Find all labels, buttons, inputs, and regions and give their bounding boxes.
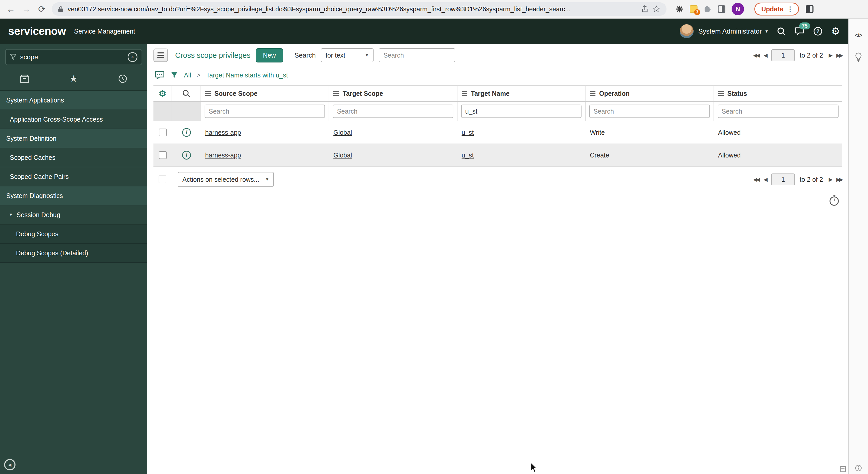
- bookmark-star-icon[interactable]: [653, 5, 660, 13]
- sidebar-item-scoped-caches[interactable]: Scoped Caches: [0, 148, 147, 167]
- next-page-icon[interactable]: ▶: [829, 177, 832, 182]
- sidebar-item-debug-scopes[interactable]: Debug Scopes: [0, 225, 147, 244]
- column-search-input-target-scope[interactable]: [333, 105, 453, 118]
- row-checkbox[interactable]: [159, 151, 167, 159]
- sidebar-item-session-debug[interactable]: ▼ Session Debug: [0, 205, 147, 225]
- browser-menu-icon[interactable]: ⋮: [787, 5, 794, 13]
- sidebar-item-label: Scoped Caches: [10, 154, 56, 161]
- table-row: i harness-app Global u_st Create Allowed: [153, 144, 842, 167]
- list-search-icon[interactable]: [182, 89, 190, 98]
- clear-filter-icon[interactable]: ×: [128, 52, 137, 62]
- target-scope-link[interactable]: Global: [333, 129, 352, 136]
- row-checkbox[interactable]: [159, 129, 167, 136]
- application-navigator: × ★ System Application: [0, 44, 147, 474]
- help-icon[interactable]: ?: [813, 27, 823, 36]
- search-type-select[interactable]: for text ▼: [321, 48, 374, 62]
- list-search-input[interactable]: [379, 48, 455, 62]
- breadcrumb-filter-link[interactable]: Target Name starts with u_st: [206, 71, 288, 79]
- asterisk-extension-icon[interactable]: [676, 5, 684, 13]
- new-record-button[interactable]: New: [256, 48, 283, 63]
- list-footer: Actions on selected rows... ▼ ◀◀ ◀ to 2 …: [153, 172, 842, 187]
- list-title-link[interactable]: Cross scope privileges: [175, 51, 251, 60]
- star-icon: ★: [69, 74, 78, 83]
- sidebar-item-scoped-cache-pairs[interactable]: Scoped Cache Pairs: [0, 167, 147, 187]
- lock-icon: [58, 6, 64, 12]
- sidebar-item-application-cross-scope-access[interactable]: Application Cross-Scope Access: [0, 110, 147, 129]
- user-menu-caret-icon[interactable]: ▾: [766, 28, 768, 34]
- favorites-tab[interactable]: ★: [49, 74, 98, 83]
- page-number-input[interactable]: [771, 173, 795, 185]
- hamburger-icon: [157, 53, 164, 58]
- right-sidebar-strip: </>: [848, 19, 868, 474]
- breadcrumb-all-link[interactable]: All: [184, 71, 191, 79]
- first-page-icon[interactable]: ◀◀: [753, 177, 759, 182]
- share-icon[interactable]: [641, 5, 648, 13]
- target-name-link[interactable]: u_st: [462, 151, 474, 159]
- code-panel-icon[interactable]: </>: [855, 32, 862, 39]
- yellow-extension-icon[interactable]: 3: [690, 5, 698, 13]
- column-search-input-status[interactable]: [718, 105, 839, 118]
- response-time-stopwatch-icon[interactable]: [829, 194, 840, 206]
- column-header-target-name[interactable]: Target Name: [458, 86, 586, 101]
- list-context-menu-button[interactable]: [153, 48, 168, 62]
- previous-page-icon[interactable]: ◀: [764, 53, 767, 58]
- column-header-source-scope[interactable]: Source Scope: [201, 86, 329, 101]
- source-scope-link[interactable]: harness-app: [205, 151, 241, 159]
- record-info-icon[interactable]: i: [182, 128, 191, 137]
- puzzle-extensions-icon[interactable]: [704, 5, 711, 13]
- all-applications-tab[interactable]: [0, 74, 49, 83]
- activity-stream-icon[interactable]: [154, 70, 165, 80]
- user-avatar[interactable]: [680, 24, 693, 38]
- settings-gear-icon[interactable]: ⚙: [831, 26, 840, 36]
- search-row-spacer: [172, 102, 201, 121]
- browser-back-icon[interactable]: ←: [5, 4, 17, 14]
- mouse-cursor: [530, 463, 539, 473]
- breadcrumb-funnel-icon[interactable]: [170, 71, 178, 79]
- navigator-filter-input[interactable]: [20, 53, 124, 61]
- conversations-icon[interactable]: 75: [795, 27, 804, 36]
- previous-page-icon[interactable]: ◀: [764, 177, 767, 182]
- browser-update-button[interactable]: Update ⋮: [754, 3, 799, 15]
- page-number-input[interactable]: [771, 49, 795, 61]
- layout-grid-icon[interactable]: [840, 466, 846, 472]
- last-page-icon[interactable]: ▶▶: [836, 53, 842, 58]
- global-search-icon[interactable]: [777, 27, 786, 36]
- history-tab[interactable]: [98, 74, 147, 83]
- browser-profile-avatar[interactable]: N: [732, 3, 744, 15]
- user-menu[interactable]: System Administrator: [698, 27, 762, 35]
- source-scope-link[interactable]: harness-app: [205, 129, 241, 136]
- info-circle-icon[interactable]: [855, 465, 862, 471]
- column-header-status[interactable]: Status: [714, 86, 842, 101]
- navigator-filter[interactable]: ×: [5, 49, 142, 65]
- browser-forward-icon[interactable]: →: [21, 4, 32, 14]
- next-page-icon[interactable]: ▶: [829, 53, 832, 58]
- browser-reload-icon[interactable]: ⟳: [36, 4, 48, 14]
- column-search-input-target-name[interactable]: [461, 105, 582, 118]
- hint-lightbulb-icon[interactable]: [855, 52, 862, 62]
- last-page-icon[interactable]: ▶▶: [836, 177, 842, 182]
- browser-sidebar-toggle-icon[interactable]: [805, 5, 814, 13]
- first-page-icon[interactable]: ◀◀: [753, 53, 759, 58]
- status-value: Allowed: [718, 151, 741, 159]
- column-search-input-source-scope[interactable]: [205, 105, 325, 118]
- column-search-input-operation[interactable]: [589, 105, 710, 118]
- column-header-target-scope[interactable]: Target Scope: [329, 86, 457, 101]
- target-scope-link[interactable]: Global: [333, 151, 352, 159]
- column-header-operation[interactable]: Operation: [586, 86, 714, 101]
- sidebar-item-system-definition[interactable]: System Definition: [0, 129, 147, 148]
- sidebar-item-debug-scopes-detailed[interactable]: Debug Scopes (Detailed): [0, 244, 147, 263]
- browser-address-bar[interactable]: ven03172.service-now.com/nav_to.do?uri=%…: [52, 2, 666, 16]
- column-menu-icon: [718, 91, 724, 96]
- collapse-sidebar-icon[interactable]: ◀: [4, 459, 16, 470]
- sidebar-item-system-applications[interactable]: System Applications: [0, 91, 147, 110]
- record-info-icon[interactable]: i: [182, 151, 191, 160]
- side-panel-icon[interactable]: [718, 5, 725, 13]
- list-content: Cross scope privileges New Search for te…: [147, 44, 848, 474]
- sidebar-footer: ◀: [0, 455, 147, 474]
- select-all-checkbox[interactable]: [159, 175, 166, 183]
- target-name-link[interactable]: u_st: [462, 129, 474, 136]
- list-personalize-gear-icon[interactable]: ⚙: [159, 89, 166, 98]
- sidebar-item-system-diagnostics[interactable]: System Diagnostics: [0, 187, 147, 205]
- actions-on-selected-rows-select[interactable]: Actions on selected rows... ▼: [178, 172, 274, 187]
- column-label: Operation: [599, 90, 629, 97]
